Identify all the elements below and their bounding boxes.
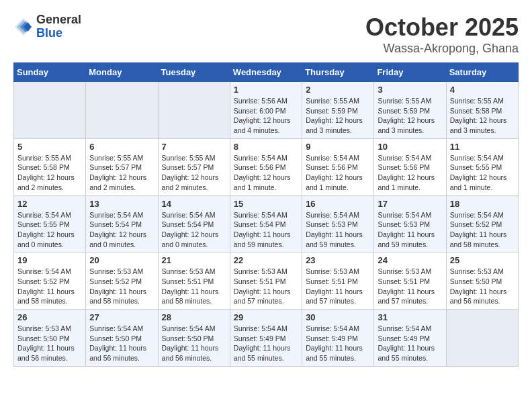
- calendar-cell: 16Sunrise: 5:54 AMSunset: 5:53 PMDayligh…: [302, 195, 374, 253]
- weekday-header-thursday: Thursday: [302, 63, 374, 82]
- day-info: Sunrise: 5:54 AMSunset: 5:56 PMDaylight:…: [306, 153, 370, 193]
- day-info: Sunrise: 5:53 AMSunset: 5:51 PMDaylight:…: [306, 267, 370, 306]
- calendar-cell: 29Sunrise: 5:54 AMSunset: 5:49 PMDayligh…: [230, 310, 302, 367]
- calendar-cell: 10Sunrise: 5:54 AMSunset: 5:56 PMDayligh…: [374, 138, 446, 195]
- day-number: 20: [89, 255, 154, 265]
- day-info: Sunrise: 5:55 AMSunset: 5:58 PMDaylight:…: [17, 153, 82, 193]
- day-number: 14: [162, 199, 226, 209]
- calendar-cell: 17Sunrise: 5:54 AMSunset: 5:53 PMDayligh…: [374, 195, 446, 253]
- calendar-cell: 21Sunrise: 5:53 AMSunset: 5:51 PMDayligh…: [158, 253, 230, 310]
- day-info: Sunrise: 5:54 AMSunset: 5:54 PMDaylight:…: [89, 210, 154, 250]
- calendar-table: SundayMondayTuesdayWednesdayThursdayFrid…: [13, 62, 519, 367]
- calendar-header: SundayMondayTuesdayWednesdayThursdayFrid…: [14, 63, 519, 82]
- day-number: 30: [306, 312, 370, 322]
- day-number: 11: [450, 142, 515, 152]
- day-info: Sunrise: 5:55 AMSunset: 5:57 PMDaylight:…: [162, 153, 226, 193]
- calendar-week-4: 19Sunrise: 5:54 AMSunset: 5:52 PMDayligh…: [14, 253, 519, 310]
- weekday-header-tuesday: Tuesday: [158, 63, 230, 82]
- title-block: October 2025 Wassa-Akropong, Ghana: [365, 13, 519, 56]
- day-info: Sunrise: 5:54 AMSunset: 5:54 PMDaylight:…: [162, 210, 226, 250]
- calendar-cell: 11Sunrise: 5:54 AMSunset: 5:55 PMDayligh…: [446, 138, 518, 195]
- day-number: 7: [162, 142, 226, 152]
- calendar-cell: 4Sunrise: 5:55 AMSunset: 5:58 PMDaylight…: [446, 82, 518, 139]
- calendar-week-5: 26Sunrise: 5:53 AMSunset: 5:50 PMDayligh…: [14, 310, 519, 367]
- day-info: Sunrise: 5:54 AMSunset: 5:50 PMDaylight:…: [89, 324, 154, 363]
- logo-text: General Blue: [36, 13, 81, 40]
- calendar-week-3: 12Sunrise: 5:54 AMSunset: 5:55 PMDayligh…: [14, 195, 519, 253]
- calendar-cell: 26Sunrise: 5:53 AMSunset: 5:50 PMDayligh…: [14, 310, 86, 367]
- day-info: Sunrise: 5:54 AMSunset: 5:56 PMDaylight:…: [234, 153, 298, 193]
- day-info: Sunrise: 5:54 AMSunset: 5:49 PMDaylight:…: [234, 324, 298, 363]
- logo-general: General: [36, 13, 81, 27]
- calendar-cell: 31Sunrise: 5:54 AMSunset: 5:49 PMDayligh…: [374, 310, 446, 367]
- calendar-cell: 30Sunrise: 5:54 AMSunset: 5:49 PMDayligh…: [302, 310, 374, 367]
- calendar-cell: [158, 82, 230, 139]
- day-info: Sunrise: 5:54 AMSunset: 5:56 PMDaylight:…: [378, 153, 442, 193]
- day-info: Sunrise: 5:53 AMSunset: 5:51 PMDaylight:…: [378, 267, 442, 306]
- day-number: 16: [306, 199, 370, 209]
- day-number: 2: [306, 85, 370, 95]
- weekday-header-friday: Friday: [374, 63, 446, 82]
- day-info: Sunrise: 5:54 AMSunset: 5:52 PMDaylight:…: [17, 267, 82, 306]
- calendar-cell: 2Sunrise: 5:55 AMSunset: 5:59 PMDaylight…: [302, 82, 374, 139]
- calendar-cell: 6Sunrise: 5:55 AMSunset: 5:57 PMDaylight…: [86, 138, 158, 195]
- day-number: 22: [234, 255, 298, 265]
- day-info: Sunrise: 5:54 AMSunset: 5:50 PMDaylight:…: [162, 324, 226, 363]
- day-info: Sunrise: 5:54 AMSunset: 5:49 PMDaylight:…: [306, 324, 370, 363]
- day-number: 10: [378, 142, 442, 152]
- day-info: Sunrise: 5:53 AMSunset: 5:51 PMDaylight:…: [234, 267, 298, 306]
- calendar-cell: 20Sunrise: 5:53 AMSunset: 5:52 PMDayligh…: [86, 253, 158, 310]
- calendar-cell: 25Sunrise: 5:53 AMSunset: 5:50 PMDayligh…: [446, 253, 518, 310]
- day-number: 19: [17, 255, 82, 265]
- calendar-cell: 23Sunrise: 5:53 AMSunset: 5:51 PMDayligh…: [302, 253, 374, 310]
- calendar-body: 1Sunrise: 5:56 AMSunset: 6:00 PMDaylight…: [14, 82, 519, 367]
- weekday-header-row: SundayMondayTuesdayWednesdayThursdayFrid…: [14, 63, 519, 82]
- day-info: Sunrise: 5:53 AMSunset: 5:51 PMDaylight:…: [162, 267, 226, 306]
- calendar-cell: 5Sunrise: 5:55 AMSunset: 5:58 PMDaylight…: [14, 138, 86, 195]
- day-info: Sunrise: 5:54 AMSunset: 5:52 PMDaylight:…: [450, 210, 515, 250]
- day-number: 4: [450, 85, 515, 95]
- logo-blue: Blue: [36, 27, 81, 40]
- day-number: 8: [234, 142, 298, 152]
- day-number: 17: [378, 199, 442, 209]
- calendar-week-2: 5Sunrise: 5:55 AMSunset: 5:58 PMDaylight…: [14, 138, 519, 195]
- calendar-cell: 13Sunrise: 5:54 AMSunset: 5:54 PMDayligh…: [86, 195, 158, 253]
- day-info: Sunrise: 5:54 AMSunset: 5:55 PMDaylight:…: [450, 153, 515, 193]
- day-info: Sunrise: 5:54 AMSunset: 5:55 PMDaylight:…: [17, 210, 82, 250]
- day-number: 31: [378, 312, 442, 322]
- day-number: 12: [17, 199, 82, 209]
- day-number: 28: [162, 312, 226, 322]
- location-title: Wassa-Akropong, Ghana: [365, 42, 519, 56]
- logo-icon: [13, 17, 34, 37]
- calendar-cell: 18Sunrise: 5:54 AMSunset: 5:52 PMDayligh…: [446, 195, 518, 253]
- day-number: 29: [234, 312, 298, 322]
- calendar-cell: [446, 310, 518, 367]
- calendar-cell: 9Sunrise: 5:54 AMSunset: 5:56 PMDaylight…: [302, 138, 374, 195]
- day-number: 27: [89, 312, 154, 322]
- day-info: Sunrise: 5:53 AMSunset: 5:50 PMDaylight:…: [450, 267, 515, 306]
- day-info: Sunrise: 5:54 AMSunset: 5:53 PMDaylight:…: [378, 210, 442, 250]
- day-number: 18: [450, 199, 515, 209]
- calendar-cell: [86, 82, 158, 139]
- calendar-cell: 22Sunrise: 5:53 AMSunset: 5:51 PMDayligh…: [230, 253, 302, 310]
- calendar-cell: 24Sunrise: 5:53 AMSunset: 5:51 PMDayligh…: [374, 253, 446, 310]
- weekday-header-sunday: Sunday: [14, 63, 86, 82]
- calendar-cell: 3Sunrise: 5:55 AMSunset: 5:59 PMDaylight…: [374, 82, 446, 139]
- day-number: 3: [378, 85, 442, 95]
- logo: General Blue: [13, 13, 81, 40]
- day-number: 25: [450, 255, 515, 265]
- month-title: October 2025: [365, 13, 519, 42]
- day-number: 21: [162, 255, 226, 265]
- day-number: 6: [89, 142, 154, 152]
- day-info: Sunrise: 5:54 AMSunset: 5:49 PMDaylight:…: [378, 324, 442, 363]
- calendar-cell: 28Sunrise: 5:54 AMSunset: 5:50 PMDayligh…: [158, 310, 230, 367]
- day-info: Sunrise: 5:54 AMSunset: 5:54 PMDaylight:…: [234, 210, 298, 250]
- day-number: 9: [306, 142, 370, 152]
- calendar-cell: 7Sunrise: 5:55 AMSunset: 5:57 PMDaylight…: [158, 138, 230, 195]
- day-info: Sunrise: 5:55 AMSunset: 5:59 PMDaylight:…: [306, 96, 370, 136]
- calendar-cell: [14, 82, 86, 139]
- day-number: 1: [234, 85, 298, 95]
- day-info: Sunrise: 5:56 AMSunset: 6:00 PMDaylight:…: [234, 96, 298, 136]
- calendar-cell: 15Sunrise: 5:54 AMSunset: 5:54 PMDayligh…: [230, 195, 302, 253]
- day-number: 13: [89, 199, 154, 209]
